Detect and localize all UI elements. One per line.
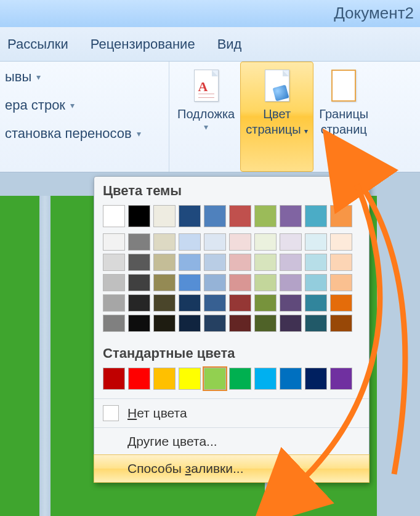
color-swatch[interactable]	[280, 294, 302, 312]
no-color-item[interactable]: Нет цвета	[94, 398, 369, 427]
fill-effects-item[interactable]: Способы заливки...	[94, 454, 370, 483]
color-swatch[interactable]	[103, 233, 125, 251]
title-bar: Документ2	[0, 0, 420, 27]
color-swatch[interactable]	[254, 205, 277, 227]
watermark-button[interactable]: A Подложка	[172, 62, 240, 172]
no-color-label-rest: ет цвета	[137, 406, 187, 420]
page-color-popup: Цвета темы Стандартные цвета Нет цвета Д…	[94, 176, 370, 483]
color-swatch[interactable]	[280, 368, 302, 390]
color-swatch[interactable]	[153, 294, 176, 312]
no-color-swatch	[103, 405, 119, 421]
color-swatch[interactable]	[229, 254, 251, 271]
color-swatch[interactable]	[280, 205, 302, 227]
color-swatch[interactable]	[153, 233, 176, 251]
color-swatch[interactable]	[103, 254, 125, 271]
color-swatch[interactable]	[179, 274, 201, 291]
color-swatch[interactable]	[305, 205, 327, 227]
color-swatch[interactable]	[254, 294, 277, 312]
color-swatch[interactable]	[330, 254, 352, 271]
color-swatch[interactable]	[305, 315, 327, 332]
color-swatch[interactable]	[305, 254, 327, 271]
color-swatch[interactable]	[103, 205, 125, 227]
color-swatch[interactable]	[153, 274, 176, 291]
color-swatch[interactable]	[128, 294, 150, 312]
color-swatch[interactable]	[153, 315, 176, 332]
standard-colors-heading: Стандартные цвета	[94, 339, 369, 365]
color-swatch[interactable]	[153, 205, 176, 227]
color-swatch[interactable]	[128, 315, 150, 332]
color-swatch[interactable]	[128, 368, 150, 390]
color-swatch[interactable]	[103, 368, 125, 390]
hyphenation-button[interactable]: становка переносов	[5, 126, 164, 142]
color-swatch[interactable]	[254, 368, 277, 390]
tab-review[interactable]: Рецензирование	[91, 36, 195, 52]
color-swatch[interactable]	[254, 274, 277, 291]
color-swatch[interactable]	[330, 368, 352, 390]
page-borders-label: Границы страниц	[319, 107, 368, 137]
color-swatch[interactable]	[254, 233, 277, 251]
page-gap-1	[39, 196, 50, 516]
color-swatch[interactable]	[128, 274, 150, 291]
color-swatch[interactable]	[179, 315, 201, 332]
color-swatch[interactable]	[330, 205, 352, 227]
color-swatch[interactable]	[280, 315, 302, 332]
color-swatch[interactable]	[280, 274, 302, 291]
color-swatch[interactable]	[280, 254, 302, 271]
color-swatch[interactable]	[330, 294, 352, 312]
watermark-icon: A	[192, 68, 221, 103]
color-swatch[interactable]	[179, 254, 201, 271]
color-swatch[interactable]	[204, 294, 226, 312]
color-swatch[interactable]	[204, 205, 226, 227]
color-swatch[interactable]	[204, 274, 226, 291]
color-swatch[interactable]	[153, 254, 176, 271]
color-swatch[interactable]	[103, 294, 125, 312]
breaks-button[interactable]: ывы	[5, 69, 164, 85]
chevron-down-icon	[204, 122, 208, 132]
line-numbers-button[interactable]: ера строк	[5, 97, 164, 113]
color-swatch[interactable]	[128, 233, 150, 251]
color-swatch[interactable]	[305, 233, 327, 251]
color-swatch[interactable]	[103, 315, 125, 332]
color-swatch[interactable]	[254, 315, 277, 332]
color-swatch[interactable]	[254, 254, 277, 271]
color-swatch[interactable]	[204, 233, 226, 251]
color-swatch[interactable]	[204, 368, 226, 390]
no-color-label-u: Н	[127, 406, 137, 420]
ribbon-tab-strip: Рассылки Рецензирование Вид	[0, 27, 420, 62]
fill-effects-label-pre: Способы	[127, 461, 185, 475]
color-swatch[interactable]	[229, 294, 251, 312]
color-swatch[interactable]	[179, 233, 201, 251]
color-swatch[interactable]	[330, 315, 352, 332]
page-borders-button[interactable]: Границы страниц	[313, 62, 374, 172]
color-swatch[interactable]	[179, 205, 201, 227]
color-swatch[interactable]	[179, 368, 201, 390]
color-swatch[interactable]	[204, 254, 226, 271]
color-swatch[interactable]	[229, 274, 251, 291]
fill-effects-label-post: аливки...	[191, 461, 243, 475]
color-swatch[interactable]	[128, 254, 150, 271]
more-colors-label: Другие цвета...	[127, 434, 217, 449]
color-swatch[interactable]	[280, 233, 302, 251]
color-swatch[interactable]	[305, 368, 327, 390]
tab-view[interactable]: Вид	[217, 36, 242, 52]
color-swatch[interactable]	[229, 233, 251, 251]
ribbon-group-page-setup: ывы ера строк становка переносов	[0, 62, 169, 172]
more-colors-item[interactable]: Другие цвета...	[94, 427, 369, 455]
watermark-label: Подложка	[177, 107, 235, 122]
paint-bucket-icon	[262, 68, 292, 103]
color-swatch[interactable]	[229, 368, 251, 390]
color-swatch[interactable]	[229, 315, 251, 332]
color-swatch[interactable]	[330, 233, 352, 251]
color-swatch[interactable]	[128, 205, 150, 227]
color-swatch[interactable]	[330, 274, 352, 291]
page-color-button[interactable]: Цвет страницы ▾	[240, 62, 313, 172]
color-swatch[interactable]	[153, 368, 176, 390]
theme-color-row	[94, 203, 369, 233]
color-swatch[interactable]	[103, 274, 125, 291]
color-swatch[interactable]	[305, 274, 327, 291]
tab-mailings[interactable]: Рассылки	[7, 36, 68, 52]
color-swatch[interactable]	[204, 315, 226, 332]
color-swatch[interactable]	[305, 294, 327, 312]
color-swatch[interactable]	[179, 294, 201, 312]
color-swatch[interactable]	[229, 205, 251, 227]
